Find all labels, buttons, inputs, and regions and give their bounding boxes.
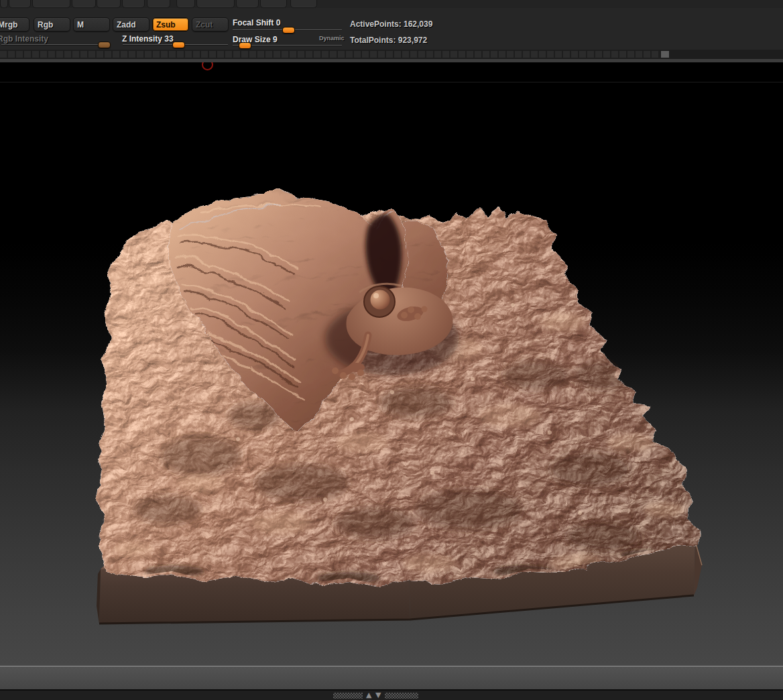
scrollbar-track-left[interactable] (333, 693, 363, 699)
shelf-button-partial[interactable] (290, 0, 317, 8)
canvas-scrollbar: ▲ ▼ (0, 691, 783, 700)
active-points-stat: ActivePoints: 162,039 (350, 19, 432, 29)
scrollbar-track-right[interactable] (385, 693, 418, 699)
top-shelf-partial-row (0, 0, 783, 8)
shelf-button-partial[interactable] (122, 0, 145, 8)
shelf-button-partial[interactable] (260, 0, 287, 8)
shelf-button-partial[interactable] (97, 0, 121, 8)
shelf-button-partial[interactable] (72, 0, 96, 8)
shelf-divider-strip (0, 50, 783, 59)
shelf-button-partial[interactable] (196, 0, 235, 8)
z-intensity-label: Z Intensity 33 (122, 34, 174, 44)
z-intensity-slider-handle[interactable] (172, 42, 185, 48)
sculpt-canvas[interactable] (0, 62, 783, 666)
zcut-button[interactable]: Zcut (192, 17, 229, 32)
zbrush-window: Mrgb Rgb M Zadd Zsub Zcut Focal Shift 0 … (0, 0, 783, 700)
total-points-stat: TotalPoints: 923,972 (350, 36, 427, 45)
draw-shelf: Mrgb Rgb M Zadd Zsub Zcut Focal Shift 0 … (0, 8, 783, 50)
rgb-intensity-slider[interactable] (1, 44, 109, 45)
scroll-up-arrow-icon[interactable]: ▲ (366, 691, 371, 699)
focal-shift-label: Focal Shift 0 (233, 18, 280, 27)
zadd-button[interactable]: Zadd (113, 17, 149, 32)
shelf-button-partial[interactable] (236, 0, 259, 8)
divider-tick-segments (0, 51, 660, 58)
shelf-button-partial[interactable] (0, 0, 8, 8)
rgb-button[interactable]: Rgb (34, 17, 70, 32)
zsub-button[interactable]: Zsub (152, 17, 189, 32)
scroll-down-arrow-icon[interactable]: ▼ (375, 691, 381, 699)
rgb-intensity-label: Rgb Intensity (0, 34, 48, 44)
shelf-button-partial[interactable] (32, 0, 70, 8)
divider-drag-handle[interactable] (661, 51, 669, 58)
sculpt-viewport-render (0, 62, 783, 666)
rgb-intensity-slider-handle[interactable] (98, 42, 111, 48)
mrgb-button[interactable]: Mrgb (0, 17, 29, 32)
shelf-button-partial[interactable] (9, 0, 31, 8)
shelf-button-partial[interactable] (176, 0, 195, 8)
draw-size-slider-handle[interactable] (239, 42, 251, 49)
dynamic-mode-label[interactable]: Dynamic (319, 35, 345, 42)
focal-shift-slider-handle[interactable] (282, 27, 295, 34)
shelf-button-partial[interactable] (147, 0, 170, 8)
bottom-tray[interactable] (0, 666, 783, 689)
m-button[interactable]: M (73, 17, 110, 32)
